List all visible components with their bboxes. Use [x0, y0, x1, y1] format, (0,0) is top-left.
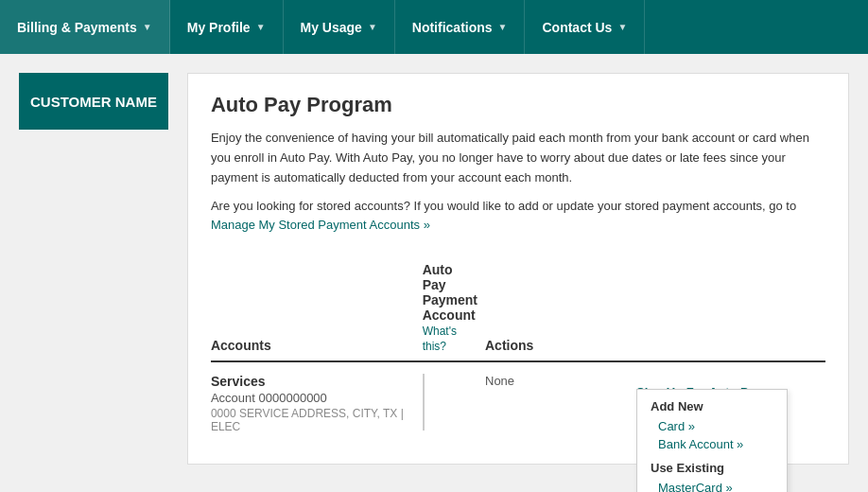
table-row: Services Account 0000000000 0000 SERVICE… — [211, 361, 825, 445]
account-label: Account — [211, 391, 255, 405]
service-address: 0000 SERVICE ADDRESS, CITY, TX | ELEC — [211, 407, 415, 433]
nav-my-profile-label: My Profile — [187, 20, 251, 35]
nav-contact-us-arrow: ▼ — [617, 22, 627, 32]
nav-billing-payments-arrow: ▼ — [143, 22, 152, 32]
autopay-dropdown-panel: Add New Card » Bank Account » Use Existi… — [636, 389, 788, 492]
autopay-col-label: Auto Pay Payment Account — [423, 262, 477, 323]
main-nav: Billing & Payments ▼ My Profile ▼ My Usa… — [0, 0, 868, 54]
nav-notifications-label: Notifications — [412, 20, 493, 35]
table-header-row: Accounts Auto Pay Payment Account What's… — [211, 255, 825, 361]
page-title: Auto Pay Program — [211, 93, 825, 117]
nav-contact-us[interactable]: Contact Us ▼ — [525, 0, 645, 54]
nav-billing-payments-label: Billing & Payments — [17, 20, 137, 35]
stored-accounts-text: Are you looking for stored accounts? If … — [211, 199, 825, 213]
main-content: CUSTOMER NAME Auto Pay Program Enjoy the… — [0, 54, 868, 483]
col-actions-header: Actions — [485, 255, 636, 361]
use-existing-section-title: Use Existing — [651, 461, 773, 475]
nav-my-usage-arrow: ▼ — [368, 22, 377, 32]
accounts-table: Accounts Auto Pay Payment Account What's… — [211, 255, 825, 445]
page-area: Auto Pay Program Enjoy the convenience o… — [187, 73, 849, 465]
whats-this-link[interactable]: What's this? — [423, 325, 457, 353]
nav-my-profile[interactable]: My Profile ▼ — [170, 0, 284, 54]
customer-name-text: CUSTOMER NAME — [30, 94, 157, 110]
nav-my-profile-arrow: ▼ — [256, 22, 266, 32]
nav-my-usage[interactable]: My Usage ▼ — [284, 0, 395, 54]
nav-contact-us-label: Contact Us — [542, 20, 612, 35]
nav-notifications-arrow: ▼ — [498, 22, 508, 32]
nav-notifications[interactable]: Notifications ▼ — [395, 0, 526, 54]
manage-stored-accounts-link[interactable]: Manage My Stored Payment Accounts » — [211, 218, 430, 232]
bank-account-link[interactable]: Bank Account » — [651, 435, 773, 453]
stored-accounts-prefix: Are you looking for stored accounts? If … — [211, 199, 796, 213]
card-link[interactable]: Card » — [651, 417, 773, 435]
vertical-divider — [423, 374, 425, 430]
page-description-1: Enjoy the convenience of having your bil… — [211, 129, 825, 187]
nav-billing-payments[interactable]: Billing & Payments ▼ — [0, 0, 170, 54]
autopay-value-cell: None — [485, 361, 636, 445]
mastercard-link[interactable]: MasterCard » — [651, 479, 773, 492]
actions-cell: Sign Up For Auto Pay » Add New Card » Ba… — [636, 361, 825, 445]
col-accounts-header: Accounts — [211, 255, 423, 361]
services-cell: Services Account 0000000000 0000 SERVICE… — [211, 361, 423, 445]
col-autopay-header: Auto Pay Payment Account What's this? — [423, 255, 485, 361]
service-name: Services — [211, 374, 415, 389]
add-new-section-title: Add New — [651, 399, 773, 413]
divider-cell — [423, 361, 485, 445]
account-number: Account 0000000000 — [211, 391, 415, 405]
nav-my-usage-label: My Usage — [301, 20, 362, 35]
account-number-value: 0000000000 — [259, 391, 327, 405]
customer-name-box: CUSTOMER NAME — [19, 73, 168, 130]
autopay-none-text: None — [485, 362, 514, 388]
